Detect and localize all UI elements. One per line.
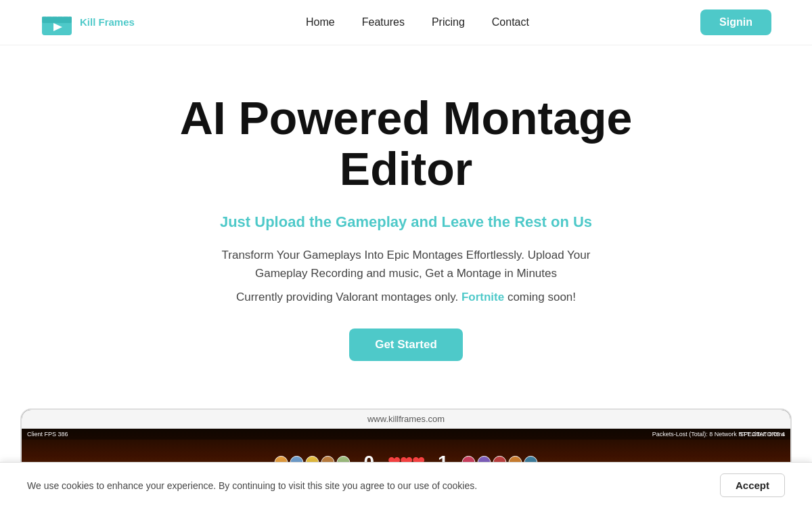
logo-icon — [41, 8, 73, 37]
nav-item-contact[interactable]: Contact — [492, 16, 529, 28]
spectators-label: SPECTATORS 4 — [740, 431, 785, 438]
svg-line-5 — [61, 9, 64, 16]
nav-link-contact[interactable]: Contact — [492, 16, 529, 28]
accept-cookies-button[interactable]: Accept — [720, 473, 785, 496]
nav-link-pricing[interactable]: Pricing — [432, 16, 465, 28]
nav-item-home[interactable]: Home — [306, 16, 335, 28]
svg-rect-1 — [42, 16, 72, 23]
cookie-banner: We use cookies to enhance your experienc… — [0, 462, 812, 496]
nav-links: Home Features Pricing Contact — [306, 16, 529, 28]
navbar: Kill Frames Home Features Pricing Contac… — [0, 0, 812, 45]
svg-line-6 — [66, 9, 69, 16]
hero-section: AI Powered Montage Editor Just Upload th… — [0, 45, 812, 388]
hero-title: AI Powered Montage Editor — [169, 93, 643, 194]
svg-line-3 — [50, 9, 53, 16]
logo-text: Kill Frames — [80, 17, 135, 28]
nav-item-pricing[interactable]: Pricing — [432, 16, 465, 28]
hero-subtitle: Just Upload the Gameplay and Leave the R… — [14, 213, 798, 231]
valorant-text-after: coming soon! — [504, 291, 576, 303]
valorant-text-before: Currently providing Valorant montages on… — [236, 291, 461, 303]
svg-line-4 — [55, 9, 58, 16]
logo-area[interactable]: Kill Frames — [41, 8, 135, 37]
fortnite-link[interactable]: Fortnite — [461, 291, 504, 303]
nav-link-features[interactable]: Features — [362, 16, 405, 28]
nav-item-features[interactable]: Features — [362, 16, 405, 28]
signin-button[interactable]: Signin — [700, 9, 771, 35]
cookie-text: We use cookies to enhance your experienc… — [27, 480, 477, 491]
video-url-bar: www.killframes.com — [22, 410, 790, 429]
hero-description: Transform Your Gameplays Into Epic Monta… — [196, 246, 616, 282]
get-started-button[interactable]: Get Started — [349, 329, 463, 361]
nav-link-home[interactable]: Home — [306, 16, 335, 28]
hero-valorant-text: Currently providing Valorant montages on… — [14, 291, 798, 304]
hud-top-bar: Client FPS 386 Packets-Lost (Total): 8 N… — [22, 429, 790, 440]
hud-fps: Client FPS 386 — [27, 431, 68, 438]
svg-line-2 — [45, 9, 47, 16]
